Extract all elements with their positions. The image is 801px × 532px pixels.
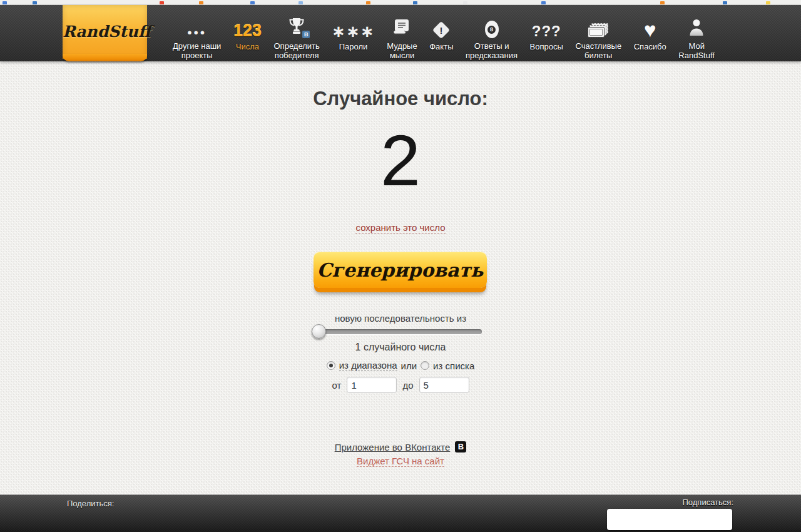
vk-icon[interactable]: B <box>455 441 466 453</box>
browser-favicon <box>766 1 770 4</box>
randstuff-logo-ribbon[interactable]: RandStuff <box>63 5 147 59</box>
browser-favicon <box>298 1 303 4</box>
nav-item-label: Мудрые мысли <box>387 41 417 60</box>
user-icon <box>689 19 704 38</box>
widget-link[interactable]: Виджет ГСЧ на сайт <box>357 456 444 467</box>
nav-item-pick-winner[interactable]: B Определить победителя <box>274 16 320 60</box>
footer-bar: Поделиться: Подписаться: <box>0 494 801 532</box>
list-mode-label[interactable]: из списка <box>433 361 474 371</box>
generate-button-label: Сгенерировать <box>317 259 484 281</box>
browser-favicon <box>723 1 727 4</box>
nav-item-label: Вопросы <box>530 42 563 51</box>
browser-favicon <box>199 1 203 4</box>
sequence-count-text: 1 случайного числа <box>0 342 801 353</box>
browser-favicon <box>33 1 37 4</box>
randstuff-page: ••• Другие наши проекты 123 Числа <box>0 0 801 532</box>
heart-icon: ♥ <box>644 21 656 39</box>
widget-link-row: Виджет ГСЧ на сайт <box>0 456 801 467</box>
vk-app-link[interactable]: Приложение во ВКонтакте <box>335 442 451 453</box>
asterisks-icon: ∗∗∗ <box>332 24 374 39</box>
browser-favicon <box>250 1 255 4</box>
nav-item-passwords[interactable]: ∗∗∗ Пароли <box>332 16 374 60</box>
sequence-slider-track[interactable] <box>313 329 482 334</box>
randstuff-logo: RandStuff <box>63 23 147 41</box>
generate-button[interactable]: Сгенерировать <box>314 252 487 288</box>
magic-8ball-icon: 8 <box>485 21 499 38</box>
nav-item-label: Факты <box>429 42 453 51</box>
nav-item-label: Ответы и предсказания <box>466 41 518 60</box>
nav-item-answers-predictions[interactable]: 8 Ответы и предсказания <box>466 16 518 60</box>
from-label: от <box>332 380 342 391</box>
sequence-slider-knob[interactable] <box>312 324 326 339</box>
nav-menu: ••• Другие наши проекты 123 Числа <box>173 16 715 60</box>
browser-favicon <box>660 1 665 4</box>
sequence-prefix-text: новую последовательность из <box>0 313 801 324</box>
share-label: Поделиться: <box>67 499 114 508</box>
nav-item-label: Определить победителя <box>274 41 320 60</box>
save-number-link[interactable]: сохранить это число <box>355 222 445 233</box>
nav-item-label: Мой RandStuff <box>678 41 715 60</box>
nav-item-label: Пароли <box>339 42 368 51</box>
list-radio[interactable] <box>421 361 429 370</box>
nav-item-lucky-tickets[interactable]: Счастливые билеты <box>575 16 621 60</box>
nav-item-label: Спасибо <box>634 42 666 51</box>
nav-item-thanks[interactable]: ♥ Спасибо <box>634 16 666 60</box>
nav-item-questions[interactable]: ??? Вопросы <box>530 16 563 60</box>
tickets-icon <box>588 23 609 38</box>
range-radio[interactable] <box>327 361 335 370</box>
nav-item-label: Другие наши проекты <box>173 41 221 60</box>
browser-favicon <box>413 1 417 4</box>
range-mode-label[interactable]: из диапазона <box>339 360 397 371</box>
vk-badge-icon: B <box>302 31 310 38</box>
dots-icon: ••• <box>187 27 207 38</box>
range-inputs-row: от до <box>0 377 801 393</box>
range-to-input[interactable] <box>419 377 469 393</box>
range-from-input[interactable] <box>347 377 397 393</box>
browser-favicon <box>463 1 467 4</box>
random-number-result: 2 <box>0 125 801 195</box>
browser-favicon <box>3 1 7 4</box>
nav-item-label: Числа <box>236 42 259 51</box>
subscribe-widget-box[interactable] <box>607 509 732 530</box>
mode-selector-row: из диапазона или из списка <box>0 360 801 371</box>
to-label: до <box>402 380 413 391</box>
subscribe-label: Подписаться: <box>683 498 734 507</box>
nav-item-label: Счастливые билеты <box>575 41 621 60</box>
save-link-row: сохранить это число <box>0 222 801 233</box>
browser-favicon <box>366 1 370 4</box>
scroll-icon <box>392 18 411 38</box>
nav-item-my-randstuff[interactable]: Мой RandStuff <box>678 16 715 60</box>
browser-favicon <box>160 1 164 4</box>
or-label: или <box>401 361 417 371</box>
nav-item-other-projects[interactable]: ••• Другие наши проекты <box>173 16 221 60</box>
browser-favicon <box>541 1 546 4</box>
nav-item-numbers[interactable]: 123 Числа <box>233 16 262 60</box>
vk-app-row: Приложение во ВКонтакте B <box>0 441 801 453</box>
diamond-exclamation-icon: ! <box>432 21 450 39</box>
nav-item-wise-thoughts[interactable]: Мудрые мысли <box>387 16 417 60</box>
question-marks-icon: ??? <box>532 24 561 39</box>
ribbon-fold <box>63 54 147 61</box>
browser-bookmarks-sliver <box>0 0 801 5</box>
numbers-123-icon: 123 <box>233 23 262 39</box>
nav-item-facts[interactable]: ! Факты <box>429 16 453 60</box>
page-title: Случайное число: <box>0 88 801 110</box>
